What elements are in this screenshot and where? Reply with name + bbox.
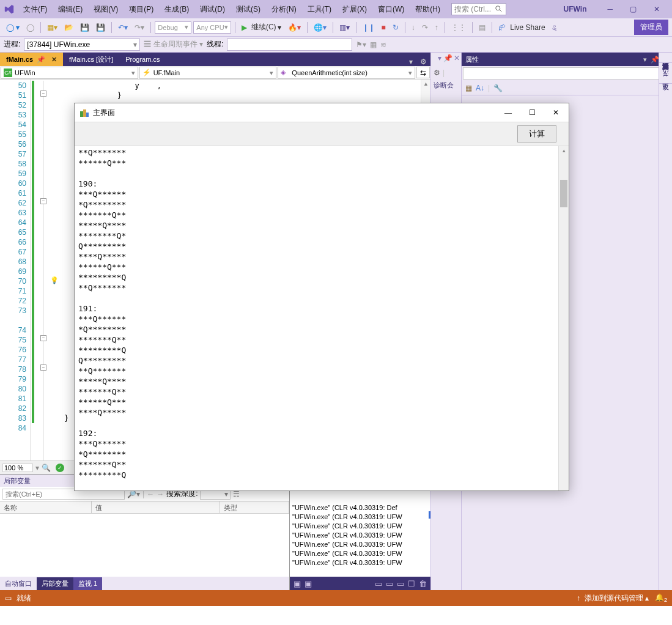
tab-watch[interactable]: 监视 1: [73, 577, 102, 590]
ft-icon[interactable]: ▭: [386, 579, 393, 588]
menu-view[interactable]: 视图(V): [89, 2, 123, 17]
sort-icon[interactable]: A↓: [476, 84, 484, 92]
fold-icon[interactable]: −: [40, 364, 46, 371]
config-dropdown[interactable]: Debug▾: [155, 21, 191, 34]
tab-fmain-design[interactable]: fMain.cs [设计]: [63, 53, 119, 66]
ft-icon[interactable]: 🗑: [419, 579, 427, 588]
split-horizontal-icon[interactable]: ▲: [421, 80, 430, 88]
dialog-titlebar[interactable]: 主界面 — ☐ ✕: [75, 103, 569, 122]
project-select[interactable]: C#UFWin▾: [1, 67, 138, 79]
tab-locals[interactable]: 局部变量: [37, 577, 73, 590]
tab-preview-button[interactable]: ▾: [405, 57, 416, 66]
pause-button[interactable]: ❙❙: [360, 22, 377, 33]
stop-button[interactable]: ■: [379, 22, 388, 33]
menu-ext[interactable]: 扩展(X): [338, 2, 372, 17]
dialog-scrollbar[interactable]: ▴: [558, 146, 569, 490]
find-icon[interactable]: 🔍: [42, 464, 51, 472]
minimize-button[interactable]: ─: [601, 2, 619, 16]
dialog-close[interactable]: ✕: [548, 107, 564, 119]
dialog-minimize[interactable]: —: [500, 107, 517, 119]
tb-more1[interactable]: ▤: [476, 22, 488, 33]
calculate-button[interactable]: 计算: [517, 125, 556, 142]
notifications-button[interactable]: 🔔2: [655, 593, 667, 603]
layout-button[interactable]: ▥▾: [337, 22, 352, 33]
menu-window[interactable]: 窗口(W): [373, 2, 409, 17]
close-icon[interactable]: ✕: [454, 54, 460, 65]
hot-reload-button[interactable]: 🔥▾: [286, 22, 303, 33]
tab-fmain-cs[interactable]: fMain.cs📌✕: [0, 53, 63, 66]
dropdown-icon[interactable]: ▾: [643, 56, 647, 64]
tab-autos[interactable]: 自动窗口: [0, 577, 37, 590]
col-value[interactable]: 值: [92, 501, 220, 513]
step-into-button[interactable]: ↓: [409, 22, 418, 33]
ft-icon[interactable]: ▣: [305, 579, 312, 588]
more-button[interactable]: ≋: [380, 40, 386, 49]
menu-debug[interactable]: 调试(D): [195, 2, 230, 17]
fwd-button[interactable]: ◯: [24, 22, 37, 33]
ft-icon[interactable]: ▣: [294, 579, 301, 588]
class-select[interactable]: ⚡UF.fMain▾: [139, 67, 277, 79]
lightbulb-icon[interactable]: 💡: [50, 276, 59, 284]
save-button[interactable]: 💾: [78, 22, 92, 33]
breakpoints-button[interactable]: ⋮⋮: [449, 22, 468, 33]
restart-button[interactable]: ↻: [390, 22, 401, 33]
menu-help[interactable]: 帮助(H): [410, 2, 445, 17]
member-select[interactable]: ◈QueenArithmetic(int size)▾: [278, 67, 415, 79]
search-box[interactable]: 搜索 (Ctrl...: [451, 3, 506, 15]
feedback-button[interactable]: ୡ: [550, 22, 559, 33]
close-icon[interactable]: ✕: [51, 56, 57, 64]
step-over-button[interactable]: ↷: [419, 22, 430, 33]
flag-button[interactable]: ⚑▾: [356, 40, 366, 49]
menu-project[interactable]: 项目(P): [124, 2, 158, 17]
back-button[interactable]: ◯ ▾: [4, 22, 22, 33]
browser-button[interactable]: 🌐▾: [311, 22, 329, 33]
sidetab-solution[interactable]: 解决方案资源管理器: [659, 53, 672, 63]
ft-icon[interactable]: ☐: [408, 579, 415, 588]
menu-test[interactable]: 测试(S): [231, 2, 265, 17]
scroll-thumb[interactable]: [560, 180, 567, 207]
split-button[interactable]: ⇆: [416, 67, 430, 78]
tab-program-cs[interactable]: Program.cs: [119, 53, 166, 66]
menu-build[interactable]: 生成(B): [160, 2, 194, 17]
new-button[interactable]: ▦▾: [45, 22, 60, 33]
ft-icon[interactable]: ▭: [375, 579, 382, 588]
fold-icon[interactable]: −: [40, 198, 46, 204]
tab-options-icon[interactable]: ⚙: [416, 57, 430, 66]
maximize-button[interactable]: ▢: [624, 2, 643, 16]
step-out-button[interactable]: ↑: [432, 22, 441, 33]
wrench-icon[interactable]: 🔧: [493, 84, 503, 92]
close-button[interactable]: ✕: [648, 2, 666, 16]
gear-icon[interactable]: ⚙: [434, 68, 440, 77]
pin-icon[interactable]: 📌: [651, 56, 659, 64]
col-name[interactable]: 名称: [0, 501, 92, 513]
pin-icon[interactable]: 📌: [37, 56, 45, 64]
menu-file[interactable]: 文件(F): [18, 2, 52, 17]
categorize-icon[interactable]: ▦: [465, 84, 472, 92]
process-dropdown[interactable]: [37844] UFWin.exe▾: [24, 39, 140, 51]
sidetab-git[interactable]: Git 更改: [659, 63, 672, 84]
lifecycle-button[interactable]: ☰ 生命周期事件 ▾: [144, 39, 203, 50]
saveall-button[interactable]: 💾: [94, 22, 108, 33]
fold-icon[interactable]: −: [40, 335, 46, 341]
continue-button[interactable]: ▶ 继续(C)▾: [239, 21, 284, 34]
fold-icon[interactable]: −: [40, 91, 46, 97]
undo-button[interactable]: ↶▾: [116, 22, 130, 33]
ft-icon[interactable]: ▭: [397, 579, 404, 588]
output-icon[interactable]: ▭: [5, 594, 12, 602]
redo-button[interactable]: ↷▾: [132, 22, 147, 33]
dialog-output[interactable]: **Q******* ******Q*** 190: ***Q****** *Q…: [75, 146, 558, 490]
thread-dropdown[interactable]: [227, 39, 352, 51]
menu-edit[interactable]: 编辑(E): [53, 2, 87, 17]
props-object-select[interactable]: ▾: [463, 67, 671, 80]
platform-dropdown[interactable]: Any CPU▾: [193, 21, 231, 34]
open-button[interactable]: 📂: [62, 22, 76, 33]
scroll-up-icon[interactable]: ▴: [559, 146, 569, 153]
menu-analyze[interactable]: 分析(N): [267, 2, 301, 17]
stack-button[interactable]: ▦: [370, 40, 377, 49]
source-control-button[interactable]: ↑ 添加到源代码管理 ▴: [577, 593, 649, 604]
pin-icon[interactable]: ▾ 📌: [438, 54, 452, 65]
dialog-maximize[interactable]: ☐: [524, 107, 541, 119]
col-type[interactable]: 类型: [220, 501, 289, 513]
zoom-select[interactable]: [2, 464, 33, 472]
menu-tools[interactable]: 工具(T): [303, 2, 336, 17]
